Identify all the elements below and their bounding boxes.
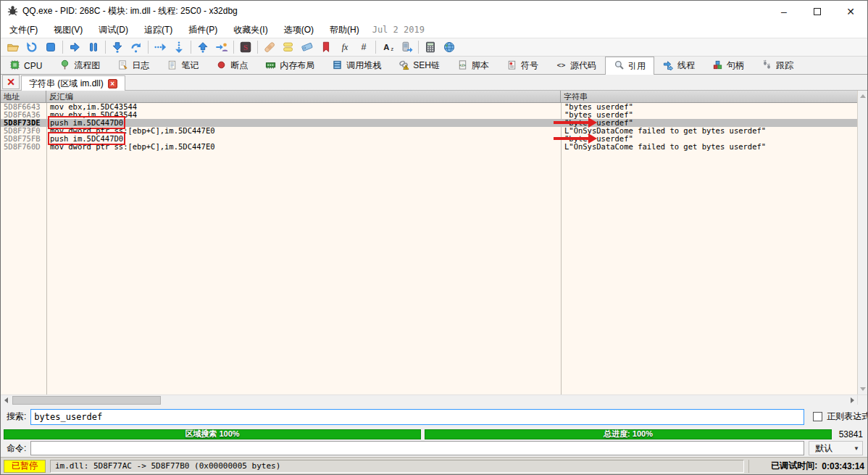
- restart-icon: [25, 41, 38, 54]
- attach-button[interactable]: [397, 38, 416, 56]
- script-s-button[interactable]: S: [236, 38, 255, 56]
- log-icon: [117, 59, 128, 73]
- toolbar-separator: [375, 41, 376, 54]
- status-bar: 已暂停 im.dll: 5D8F77AC -> 5D8F77B0 (0x0000…: [1, 457, 867, 474]
- tab-graph[interactable]: 流程图: [51, 57, 109, 74]
- strings-az-button[interactable]: Az: [378, 38, 397, 56]
- tab-log[interactable]: 日志: [109, 57, 158, 74]
- column-header[interactable]: 地址: [1, 91, 46, 102]
- profile-dropdown[interactable]: 默认 ▼: [809, 441, 863, 455]
- bookmarks-button[interactable]: [317, 38, 335, 56]
- address-cell: 5D8F760D: [1, 143, 46, 151]
- tab-seh-chain[interactable]: SEH链: [390, 57, 448, 74]
- scroll-left-icon[interactable]: [1, 395, 11, 405]
- horizontal-scrollbar[interactable]: [1, 395, 857, 405]
- search-match: bytes_userdef: [569, 103, 628, 111]
- tab-trace[interactable]: 跟踪: [753, 57, 802, 74]
- trace-over-button[interactable]: [170, 38, 188, 56]
- trace-into-button[interactable]: [151, 38, 170, 56]
- menu-item[interactable]: 帮助(H): [322, 23, 367, 36]
- functions-icon: fx: [338, 41, 351, 54]
- cpu-icon: [9, 59, 20, 73]
- tab-label: 引用: [628, 60, 646, 73]
- notes-icon: [167, 59, 178, 73]
- tab-label: 线程: [677, 59, 695, 72]
- memory-icon: [265, 59, 276, 73]
- scroll-right-icon[interactable]: [847, 395, 857, 405]
- tab-breakpoints[interactable]: 断点: [207, 57, 256, 74]
- tab-source[interactable]: <>源代码: [547, 57, 605, 74]
- svg-text:fx: fx: [342, 43, 349, 52]
- tab-references[interactable]: 引用: [605, 57, 654, 75]
- functions-button[interactable]: fx: [335, 38, 354, 56]
- command-input[interactable]: [30, 441, 804, 455]
- open-folder-button[interactable]: [4, 38, 22, 56]
- string-cell: "bytes_userdef": [561, 135, 857, 143]
- toolbar-separator: [233, 41, 234, 54]
- stop-button[interactable]: [41, 38, 60, 56]
- tab-label: 调用堆栈: [346, 59, 381, 72]
- svg-text:#: #: [361, 42, 366, 52]
- tab-label: SEH链: [413, 59, 440, 72]
- execute-till-return-button[interactable]: [193, 38, 212, 56]
- scrollbar-thumb[interactable]: [12, 396, 161, 405]
- svg-text:z: z: [391, 46, 394, 52]
- tab-script[interactable]: </>脚本: [448, 57, 498, 74]
- tab-symbols[interactable]: 符号: [498, 57, 547, 74]
- calculator-button[interactable]: [421, 38, 440, 56]
- address-cell: 5D8F75FB: [1, 135, 46, 143]
- status-message: im.dll: 5D8F77AC -> 5D8F77B0 (0x00000005…: [50, 460, 744, 473]
- string-cell: L"OnSysDataCome failed to get bytes_user…: [561, 127, 857, 135]
- menu-item[interactable]: 视图(V): [46, 23, 90, 36]
- subtab-strings-region[interactable]: 字符串 (区域 im.dll) ×: [21, 75, 125, 91]
- scroll-down-icon[interactable]: [858, 384, 868, 395]
- maximize-button[interactable]: [801, 1, 834, 22]
- subtab-close-icon[interactable]: ×: [108, 79, 117, 88]
- vertical-scrollbar[interactable]: [857, 91, 867, 395]
- labels-button[interactable]: [298, 38, 317, 56]
- stop-icon: [44, 41, 57, 54]
- patches-button[interactable]: [260, 38, 279, 56]
- run-button[interactable]: [65, 38, 84, 56]
- table-row[interactable]: 5D8F73F0mov dword ptr ss:[ebp+C],im.5DC4…: [1, 127, 857, 135]
- globe-button[interactable]: [440, 38, 459, 56]
- step-over-button[interactable]: [127, 38, 146, 56]
- menu-item[interactable]: 文件(F): [2, 23, 45, 36]
- globe-icon: [443, 41, 456, 54]
- menu-item[interactable]: 收藏夹(I): [226, 23, 275, 36]
- tab-label: 符号: [521, 59, 538, 72]
- close-button[interactable]: ✕: [834, 1, 867, 22]
- hash-button[interactable]: #: [354, 38, 373, 56]
- tab-call-stack[interactable]: 调用堆栈: [323, 57, 390, 74]
- progress-row: 区域搜索 100% 总进度: 100% 53841: [1, 429, 867, 439]
- execute-till-return-icon: [196, 41, 209, 54]
- tab-cpu[interactable]: CPU: [1, 57, 51, 74]
- tab-memory-map[interactable]: 内存布局: [256, 57, 323, 74]
- tab-notes[interactable]: 笔记: [158, 57, 207, 74]
- menu-item[interactable]: 调试(D): [91, 23, 135, 36]
- pause-button[interactable]: [84, 38, 103, 56]
- scrollbar-corner: [857, 395, 867, 405]
- hash-icon: #: [357, 41, 370, 54]
- scroll-up-icon[interactable]: [858, 91, 868, 102]
- toolbar-separator: [418, 41, 419, 54]
- minimize-button[interactable]: –: [767, 1, 801, 22]
- table-row[interactable]: 5D8F760Dmov dword ptr ss:[ebp+C],im.5DC4…: [1, 143, 857, 151]
- regex-checkbox[interactable]: [813, 412, 822, 421]
- restart-button[interactable]: [22, 38, 41, 56]
- column-header[interactable]: 反汇编: [46, 91, 561, 102]
- menu-item[interactable]: 追踪(T): [137, 23, 180, 36]
- menu-item[interactable]: 选项(O): [277, 23, 321, 36]
- step-into-button[interactable]: [108, 38, 127, 56]
- close-all-references-button[interactable]: ✕: [2, 75, 20, 89]
- search-input[interactable]: [30, 409, 804, 425]
- trace-over-icon: [172, 41, 185, 54]
- comments-button[interactable]: [279, 38, 298, 56]
- menu-item[interactable]: 插件(P): [181, 23, 225, 36]
- column-header[interactable]: 字符串: [561, 91, 857, 102]
- tab-label: 脚本: [472, 59, 489, 72]
- tab-handles[interactable]: 句柄: [704, 57, 753, 74]
- run-to-user-code-button[interactable]: [212, 38, 231, 56]
- table-row[interactable]: 5D8F6A36mov ebx,im.5DC43544"bytes_userde…: [1, 111, 857, 119]
- tab-threads[interactable]: 线程: [654, 57, 704, 74]
